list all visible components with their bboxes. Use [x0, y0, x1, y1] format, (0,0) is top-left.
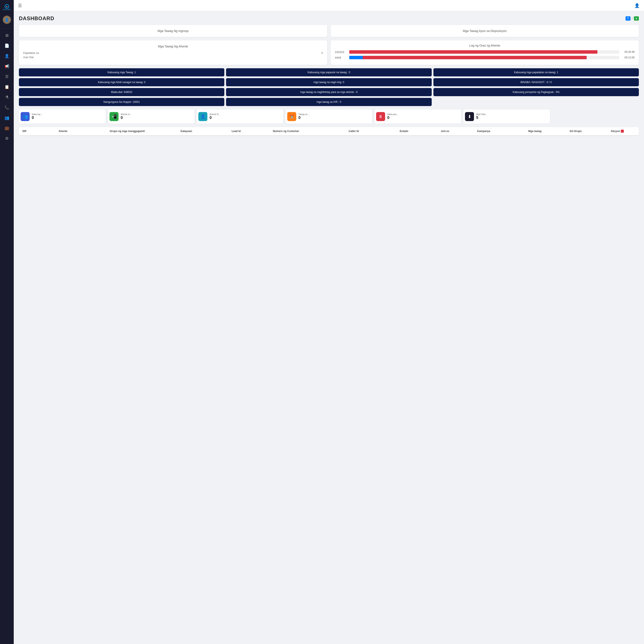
bar-time-2: 00:12:00	[622, 56, 635, 59]
col-ahente: Ahente	[59, 130, 108, 133]
bar-container-1	[349, 50, 619, 54]
logo: D DIALER	[2, 3, 12, 12]
ahente-n-value: 0	[210, 115, 282, 120]
page-title: DASHBOARD	[19, 15, 54, 21]
disposition-title: Mga Tawag Ayon sa Disposisyon	[335, 29, 635, 33]
ahente-in-value: 0	[121, 115, 193, 120]
mga-pata-icon-symbol: ⬇	[468, 114, 471, 119]
badge-t: T	[626, 16, 630, 21]
settings-icon: ⚙	[5, 136, 9, 141]
filter-icon: ⚗	[5, 95, 9, 100]
col-grupo: Grupo ng mga manggagamit	[110, 130, 179, 133]
contacts-icon: 👤	[5, 54, 9, 58]
user-icon[interactable]: 👤	[634, 3, 640, 8]
scripts-icon: 📋	[5, 85, 9, 89]
header-badges: T / ●	[626, 16, 639, 21]
phone-icon: 📞	[5, 105, 9, 110]
sidebar-item-lists[interactable]: ☰	[3, 72, 11, 81]
ahente-in-icon: 📲	[109, 112, 118, 121]
bar-blue-overlay	[349, 56, 363, 59]
ahente-in-icon-symbol: 📲	[111, 114, 117, 119]
col-caller-id: Caller Id	[349, 130, 398, 133]
sidebar-item-phone[interactable]: 📞	[3, 103, 11, 112]
sidebar-item-agents[interactable]: 👥	[3, 114, 11, 122]
ingroup-calls-card: Mga Tawag Ng Ingroup	[19, 25, 327, 37]
naka-pau-value: 0	[387, 115, 459, 120]
lists-icon: ☰	[5, 74, 9, 79]
sidebar-item-bag[interactable]: 💼	[3, 124, 11, 132]
col-lead-id: Lead Id	[232, 130, 271, 133]
bar-fill-2	[349, 56, 587, 59]
topbar-right: 👤	[634, 3, 640, 8]
ingroup-title: Mga Tawag Ng Ingroup	[23, 29, 323, 33]
tawag-label: Tawag sa ...	[298, 113, 371, 115]
reports-icon: 📄	[5, 43, 9, 48]
stat-binaba: BINABA / NASAGOT : 0 / 0	[433, 78, 639, 86]
logo-text: DIALER	[3, 9, 11, 11]
bag-icon: 💼	[5, 126, 9, 131]
red-square-icon[interactable]	[621, 130, 624, 133]
sidebar-item-dashboard[interactable]: ⊞	[3, 31, 11, 40]
stat-ivr: mga tawag sa IVR : 0	[226, 98, 431, 106]
col-sip: SIP	[22, 130, 57, 133]
sidebar-item-settings[interactable]: ⚙	[3, 134, 11, 143]
mga-pata-value: 5	[476, 115, 548, 120]
dashboard-icon: ⊞	[5, 33, 9, 38]
stat-incoming: Kabuuang mga papasok na tawag : 0	[226, 68, 431, 76]
info-card-logged: 👥 Naka-log ... 0	[19, 109, 106, 124]
col-mga-tawag: Mga tawag	[528, 130, 568, 133]
campaigns-icon: 📢	[5, 64, 9, 69]
info-card-tawag: ✂️ Tawag sa ... 0	[286, 109, 372, 124]
logged-icon: 👥	[21, 112, 30, 121]
col-estado: Estado	[400, 130, 439, 133]
topbar: ☰ 👤	[14, 0, 644, 11]
sidebar-item-reports[interactable]: 📄	[3, 41, 11, 50]
badge-separator: /	[632, 17, 633, 20]
info-card-ahente-n: 👤 Ahente N... 0	[197, 109, 283, 124]
stats-grid: Kabuuang mga Tawag: 1 Kabuuang mga papas…	[19, 68, 639, 106]
topbar-left: ☰	[18, 3, 22, 8]
sidebar-item-filter[interactable]: ⚗	[3, 93, 11, 102]
agents-icon: 👥	[5, 115, 9, 120]
hamburger-button[interactable]: ☰	[18, 3, 22, 8]
naka-pau-icon: ⏸	[376, 112, 385, 121]
top-charts-row: Mga Tawag Ng Ingroup Mga Tawag Ayon sa D…	[19, 25, 639, 37]
sidebar-item-contacts[interactable]: 👤	[3, 52, 11, 60]
disposition-card: Mga Tawag Ayon sa Disposisyon	[331, 25, 639, 37]
logged-icon-symbol: 👥	[23, 114, 28, 119]
ahente-n-label: Ahente N...	[210, 113, 282, 115]
mga-pata-label: Mga Pata...	[476, 113, 548, 115]
naka-pau-icon-symbol: ⏸	[378, 114, 383, 119]
tawag-icon-symbol: ✂️	[289, 114, 295, 119]
stat-mada-dial: Mada-dial: 548532	[19, 88, 224, 96]
ahente-in-content: Ahente In... 0	[121, 113, 193, 120]
agent-log-row-1: 232323 00:26:49	[335, 50, 635, 54]
sidebar-item-scripts[interactable]: 📋	[3, 83, 11, 91]
svg-text:D: D	[6, 6, 8, 8]
avatar[interactable]: 👤	[3, 15, 11, 24]
agent-id-1: 232323	[335, 50, 347, 54]
ahente-n-icon-symbol: 👤	[200, 114, 206, 119]
papalabas-value: 0	[321, 52, 323, 55]
sidebar-item-campaigns[interactable]: 📢	[3, 62, 11, 71]
info-card-ahente-in: 📲 Ahente In... 0	[108, 109, 194, 124]
second-charts-row: Mga Tawag Ng Ahente Papalabas na 0 Auto …	[19, 40, 639, 65]
stat-hopper: Nangunguna Sa Hopper: 15001	[19, 98, 224, 106]
info-cards-row: 👥 Naka-log ... 0 📲 Ahente In... 0 👤	[19, 109, 639, 124]
bar-container-2	[349, 56, 619, 59]
stat-total-calls: Kabuuang mga Tawag: 1	[19, 68, 224, 76]
avatar-initial: 👤	[5, 18, 9, 22]
badge-green: ●	[634, 16, 639, 21]
stat-unanswered: Kabuuang mga hindi nasagot na tawag: 0	[19, 78, 224, 86]
agent-calls-card: Mga Tawag Ng Ahente Papalabas na 0 Auto …	[19, 40, 327, 65]
info-card-mga-pata: ⬇ Mga Pata... 5	[463, 109, 550, 124]
ahente-n-content: Ahente N... 0	[210, 113, 282, 120]
tawag-value: 0	[298, 115, 371, 120]
stat-percent: Kabuuang porsyento ng Pagbagsak : 0%	[433, 88, 639, 96]
naka-pau-content: Naka-pau... 0	[387, 113, 459, 120]
table-section: SIP Ahente Grupo ng mga manggagamit Kata…	[19, 127, 639, 135]
main-content: ☰ 👤 DASHBOARD T / ● Mga Tawag Ng Ingroup…	[14, 0, 644, 644]
col-kampanya: Kampanya	[477, 130, 527, 133]
auto-dial-label: Auto Dial	[23, 56, 323, 59]
col-mmss: mm:ss	[441, 130, 475, 133]
